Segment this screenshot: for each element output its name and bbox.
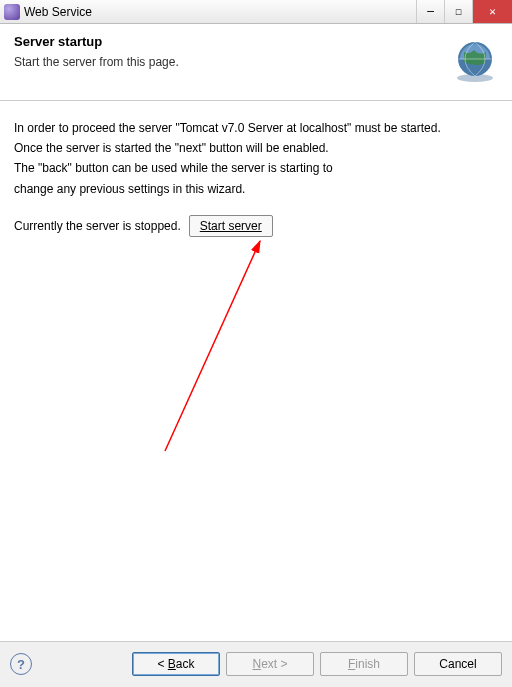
- app-icon: [4, 4, 20, 20]
- maximize-icon[interactable]: ☐: [444, 0, 472, 23]
- instruction-line-2: Once the server is started the "next" bu…: [14, 139, 498, 158]
- server-status-text: Currently the server is stopped.: [14, 219, 181, 233]
- svg-line-3: [165, 241, 260, 451]
- globe-icon: [452, 38, 498, 84]
- annotation-arrow: [150, 231, 280, 461]
- instruction-line-4: change any previous settings in this wiz…: [14, 180, 498, 199]
- start-server-button[interactable]: Start server: [189, 215, 273, 237]
- window-title: Web Service: [24, 5, 416, 19]
- window-controls: ─ ☐ ✕: [416, 0, 512, 23]
- help-button[interactable]: ?: [10, 653, 32, 675]
- finish-button: Finish: [320, 652, 408, 676]
- cancel-button[interactable]: Cancel: [414, 652, 502, 676]
- wizard-header: Server startup Start the server from thi…: [0, 24, 512, 101]
- next-button: Next >: [226, 652, 314, 676]
- page-title: Server startup: [14, 34, 452, 49]
- close-icon[interactable]: ✕: [472, 0, 512, 23]
- instruction-line-3: The "back" button can be used while the …: [14, 159, 498, 178]
- wizard-content: In order to proceed the server "Tomcat v…: [0, 101, 512, 641]
- back-button[interactable]: < Back: [132, 652, 220, 676]
- page-subtitle: Start the server from this page.: [14, 55, 452, 69]
- wizard-footer: ? < Back Next > Finish Cancel: [0, 641, 512, 687]
- instruction-line-1: In order to proceed the server "Tomcat v…: [14, 119, 498, 138]
- minimize-icon[interactable]: ─: [416, 0, 444, 23]
- help-icon: ?: [17, 657, 25, 672]
- titlebar: Web Service ─ ☐ ✕: [0, 0, 512, 24]
